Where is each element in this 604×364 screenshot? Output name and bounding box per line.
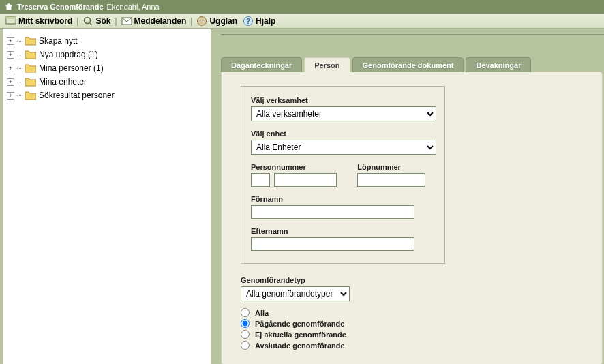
- svg-point-2: [85, 17, 91, 23]
- tree-item-label: Skapa nytt: [39, 36, 78, 46]
- input-personnummer-century[interactable]: [251, 173, 270, 187]
- radio-ej-aktuella-label: Ej aktuella genomförande: [255, 331, 346, 339]
- input-efternamn[interactable]: [251, 237, 414, 251]
- separator: |: [189, 16, 194, 26]
- svg-rect-1: [6, 17, 16, 19]
- tree-line: [17, 55, 22, 55]
- label-valj-enhet: Välj enhet: [251, 130, 435, 138]
- menu-search-label: Sök: [95, 16, 110, 26]
- input-personnummer[interactable]: [274, 173, 337, 187]
- tree-list: + Skapa nytt + Nya uppdrag (1) +: [3, 29, 211, 108]
- menu-ugglan-label: Ugglan: [209, 16, 237, 26]
- svg-point-8: [200, 20, 201, 20]
- tree-item-mina-personer[interactable]: + Mina personer (1): [7, 61, 207, 75]
- expand-icon[interactable]: +: [7, 65, 14, 72]
- tab-genomforande-dokument[interactable]: Genomförande dokument: [352, 57, 464, 72]
- folder-icon: [25, 50, 36, 59]
- label-lopnummer: Löpnummer: [357, 163, 425, 171]
- tree-line: [17, 82, 22, 82]
- tree-item-label: Nya uppdrag (1): [39, 50, 98, 59]
- svg-point-5: [198, 16, 207, 25]
- expand-icon[interactable]: +: [7, 37, 14, 45]
- tree-item-skapa-nytt[interactable]: + Skapa nytt: [7, 34, 207, 48]
- sidebar: + Skapa nytt + Nya uppdrag (1) +: [0, 29, 211, 364]
- tabs: Daganteckningar Person Genomförande doku…: [221, 57, 604, 72]
- folder-icon: [25, 91, 36, 100]
- label-genomforandetyp: Genomförandetyp: [241, 276, 445, 284]
- tree-item-mina-enheter[interactable]: + Mina enheter: [7, 75, 207, 89]
- menu-desktop-label: Mitt skrivbord: [18, 16, 72, 26]
- help-icon: ?: [243, 16, 254, 27]
- tree-line: [17, 41, 22, 42]
- tab-person[interactable]: Person: [304, 57, 350, 72]
- menubar: Mitt skrivbord | Sök | Meddelanden | Ugg…: [0, 14, 604, 29]
- label-fornamn: Förnamn: [251, 195, 435, 203]
- menu-ugglan[interactable]: Ugglan: [194, 16, 240, 27]
- tree-item-nya-uppdrag[interactable]: + Nya uppdrag (1): [7, 48, 207, 61]
- expand-icon[interactable]: +: [7, 92, 14, 100]
- tree-item-label: Sökresultat personer: [39, 91, 115, 100]
- owl-icon: [196, 16, 207, 27]
- label-personnummer: Personnummer: [251, 163, 337, 171]
- filter-section: Genomförandetyp Alla genomförandetyper A…: [241, 276, 445, 350]
- input-lopnummer[interactable]: [357, 173, 425, 187]
- svg-text:?: ?: [246, 18, 250, 25]
- menu-search[interactable]: Sök: [80, 16, 113, 27]
- svg-point-9: [203, 20, 204, 20]
- select-genomforandetyp[interactable]: Alla genomförandetyper: [241, 286, 350, 301]
- separator: |: [113, 16, 118, 26]
- folder-icon: [25, 77, 36, 87]
- search-fieldset: Välj verksamhet Alla verksamheter Välj e…: [241, 86, 445, 264]
- search-icon: [82, 16, 93, 27]
- tree-item-label: Mina enheter: [39, 77, 87, 87]
- radio-avslutade-label: Avslutade genomförande: [255, 342, 345, 350]
- tab-daganteckningar[interactable]: Daganteckningar: [221, 57, 302, 72]
- menu-messages-label: Meddelanden: [134, 16, 187, 26]
- expand-icon[interactable]: +: [7, 51, 14, 59]
- workspace: + Skapa nytt + Nya uppdrag (1) +: [0, 29, 604, 364]
- tree-line: [17, 68, 22, 69]
- tree-item-sokresultat[interactable]: + Sökresultat personer: [7, 89, 207, 102]
- radio-ej-aktuella[interactable]: Ej aktuella genomförande: [241, 330, 445, 339]
- tab-bevakningar[interactable]: Bevakningar: [466, 57, 531, 72]
- separator: |: [75, 16, 80, 26]
- select-enhet[interactable]: Alla Enheter: [251, 140, 436, 155]
- menu-help-label: Hjälp: [256, 16, 275, 26]
- radio-alla-input[interactable]: [241, 308, 250, 317]
- desktop-icon: [5, 16, 16, 27]
- messages-icon: [121, 16, 132, 27]
- select-verksamhet[interactable]: Alla verksamheter: [251, 106, 436, 121]
- content-divider: [221, 34, 604, 35]
- radio-alla[interactable]: Alla: [241, 308, 445, 317]
- menu-desktop[interactable]: Mitt skrivbord: [3, 16, 75, 27]
- radio-pagaende-label: Pågående genomförande: [255, 320, 344, 328]
- radio-pagaende[interactable]: Pågående genomförande: [241, 319, 445, 328]
- home-icon: [4, 2, 14, 12]
- radio-ej-aktuella-input[interactable]: [241, 330, 250, 339]
- folder-icon: [25, 63, 36, 73]
- label-valj-verksamhet: Välj verksamhet: [251, 96, 435, 104]
- radio-alla-label: Alla: [255, 309, 269, 317]
- radio-avslutade[interactable]: Avslutade genomförande: [241, 341, 445, 350]
- input-fornamn[interactable]: [251, 205, 414, 219]
- menu-messages[interactable]: Meddelanden: [119, 16, 190, 27]
- folder-icon: [25, 36, 36, 46]
- panel-person: Välj verksamhet Alla verksamheter Välj e…: [221, 72, 603, 364]
- radio-pagaende-input[interactable]: [241, 319, 250, 328]
- expand-icon[interactable]: +: [7, 78, 14, 86]
- tree-item-label: Mina personer (1): [39, 63, 104, 73]
- app-title: Treserva Genomförande: [17, 0, 104, 14]
- status-radio-group: Alla Pågående genomförande Ej aktuella g…: [241, 308, 445, 350]
- label-efternamn: Efternamn: [251, 227, 435, 235]
- svg-line-3: [90, 22, 93, 25]
- radio-avslutade-input[interactable]: [241, 341, 250, 350]
- tree-line: [17, 95, 22, 96]
- titlebar: Treserva Genomförande Ekendahl, Anna: [0, 0, 604, 14]
- titlebar-user: Ekendahl, Anna: [107, 0, 160, 14]
- menu-help[interactable]: ? Hjälp: [240, 16, 278, 27]
- content-area: Daganteckningar Person Genomförande doku…: [211, 29, 604, 364]
